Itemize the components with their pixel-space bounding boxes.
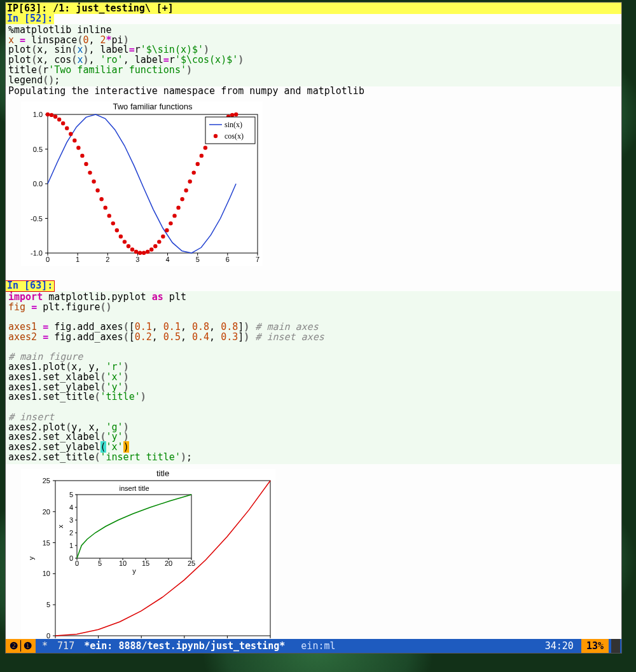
svg-point-76 [230, 113, 234, 117]
svg-text:15: 15 [142, 559, 149, 567]
svg-text:10: 10 [119, 559, 127, 567]
buffer-name: *ein: 8888/test.ipynb/just_testing* [84, 640, 285, 652]
svg-text:2: 2 [139, 638, 143, 640]
cell-1-code[interactable]: %matplotlib inline x = linspace(0, 2*pi)… [6, 24, 621, 87]
svg-point-48 [123, 240, 127, 243]
svg-text:4: 4 [69, 504, 73, 511]
svg-text:7: 7 [256, 256, 259, 263]
svg-text:25: 25 [43, 477, 50, 484]
svg-text:title: title [156, 469, 169, 478]
svg-text:0: 0 [46, 632, 50, 640]
svg-text:0: 0 [53, 638, 57, 640]
svg-text:4: 4 [225, 638, 229, 640]
svg-text:3: 3 [183, 638, 186, 640]
svg-point-32 [61, 121, 65, 125]
svg-text:0: 0 [69, 554, 73, 562]
svg-text:10: 10 [43, 570, 50, 577]
svg-point-63 [180, 197, 184, 201]
svg-text:-0.5: -0.5 [31, 215, 43, 223]
svg-text:-1.0: -1.0 [31, 249, 43, 257]
scroll-percent: 13% [581, 639, 609, 653]
svg-point-53 [142, 251, 146, 255]
svg-point-37 [80, 154, 84, 158]
svg-text:1: 1 [97, 638, 100, 640]
svg-text:0.5: 0.5 [33, 146, 43, 153]
svg-point-35 [73, 139, 76, 142]
svg-text:cos(x): cos(x) [225, 132, 244, 141]
svg-point-46 [115, 228, 119, 232]
svg-text:15: 15 [43, 538, 50, 546]
svg-text:3: 3 [69, 516, 73, 524]
svg-text:20: 20 [165, 559, 172, 567]
svg-text:insert title: insert title [119, 484, 149, 492]
svg-text:0: 0 [46, 256, 50, 263]
svg-text:2: 2 [69, 529, 73, 537]
svg-point-42 [99, 197, 103, 201]
svg-point-34 [69, 132, 73, 136]
line-number: 717 [57, 640, 74, 652]
svg-point-31 [57, 118, 61, 121]
svg-point-67 [196, 162, 200, 166]
svg-point-49 [127, 244, 130, 248]
svg-point-33 [65, 126, 69, 130]
svg-text:x: x [57, 524, 64, 528]
cell-2-code[interactable]: import matplotlib.pyplot as plt fig = pl… [6, 291, 621, 464]
svg-text:5: 5 [98, 559, 102, 567]
emacs-window: IP[63]: /1: just_testing\ [+] In [52]: %… [5, 2, 622, 654]
notebook-body[interactable]: In [52]: %matplotlib inline x = linspace… [6, 14, 621, 639]
svg-point-55 [149, 247, 153, 251]
svg-text:20: 20 [43, 507, 50, 515]
svg-point-43 [103, 205, 107, 209]
svg-point-69 [204, 146, 207, 149]
svg-point-36 [76, 146, 80, 149]
svg-point-57 [157, 240, 161, 243]
svg-text:5: 5 [196, 256, 200, 263]
svg-point-61 [172, 214, 176, 217]
svg-point-66 [192, 170, 196, 174]
svg-text:6: 6 [226, 256, 230, 263]
svg-point-59 [165, 228, 169, 232]
chart-title-with-inset: title0123450510152025xyinsert title05101… [21, 469, 275, 640]
svg-point-40 [92, 179, 95, 183]
svg-point-29 [50, 113, 53, 117]
svg-text:5: 5 [46, 601, 50, 608]
svg-point-39 [88, 170, 92, 174]
cursor-position: 34:20 [545, 639, 574, 653]
cell-1[interactable]: In [52]: %matplotlib inline x = linspace… [6, 14, 621, 266]
svg-point-28 [46, 113, 50, 116]
svg-point-30 [53, 114, 57, 118]
svg-text:1: 1 [76, 256, 80, 263]
mode-line-badge: ❷│❶ [6, 639, 36, 653]
svg-text:0: 0 [75, 559, 79, 567]
svg-point-41 [95, 188, 99, 192]
svg-point-56 [153, 244, 157, 248]
svg-text:2: 2 [106, 256, 109, 263]
svg-point-62 [176, 205, 180, 209]
svg-text:1: 1 [69, 542, 73, 549]
svg-point-50 [130, 247, 134, 251]
svg-text:5: 5 [69, 491, 73, 498]
svg-point-54 [146, 250, 149, 254]
modified-star: * [42, 640, 48, 652]
cell-2[interactable]: In [63]: import matplotlib.pyplot as plt… [6, 281, 621, 639]
mode-line-end-icon [611, 639, 620, 653]
svg-point-44 [107, 214, 111, 217]
legend: sin(x)cos(x) [205, 117, 255, 144]
svg-point-65 [188, 179, 191, 183]
svg-point-47 [119, 235, 123, 238]
mode-line-left: * 717 *ein: 8888/test.ipynb/just_testing… [36, 639, 335, 653]
cell-prompt: In [52]: [6, 14, 54, 24]
svg-text:4: 4 [166, 256, 170, 263]
svg-text:0.0: 0.0 [33, 180, 43, 188]
chart-two-familiar-functions: Two familiar functions01234567-1.0-0.50.… [21, 102, 263, 266]
svg-text:y: y [27, 556, 35, 559]
svg-point-38 [84, 162, 88, 166]
svg-point-51 [134, 250, 138, 254]
cell-prompt-current: In [63]: [6, 281, 54, 291]
svg-point-68 [200, 154, 204, 158]
svg-point-45 [111, 221, 115, 225]
svg-point-81 [214, 134, 218, 138]
tab-line[interactable]: IP[63]: /1: just_testing\ [+] [6, 3, 621, 14]
major-mode: ein:ml [301, 640, 335, 652]
svg-point-58 [161, 235, 165, 238]
